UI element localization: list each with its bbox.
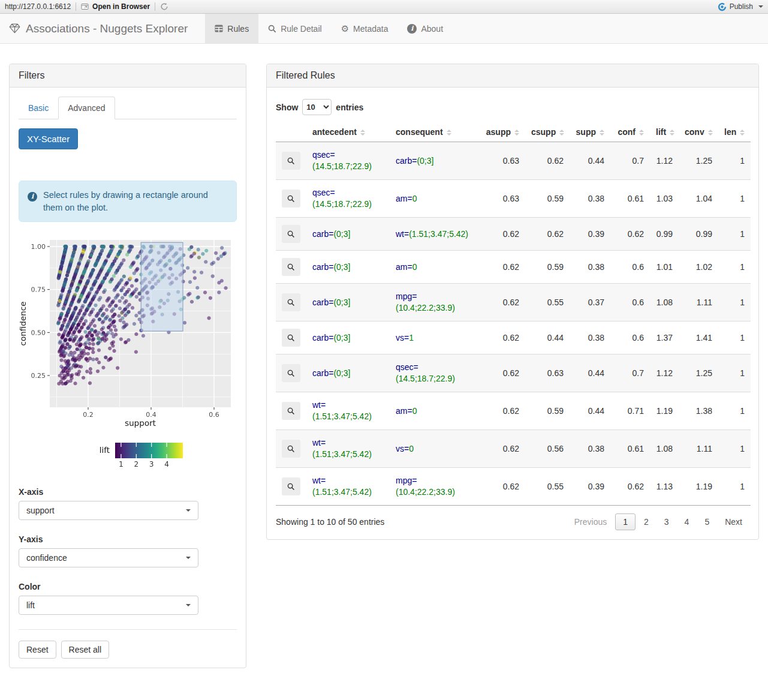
supp-cell: 0.44 (570, 392, 610, 430)
page-button-5[interactable]: 5 (697, 514, 716, 530)
page-button-4[interactable]: 4 (677, 514, 697, 530)
attribute-name: carb= (312, 368, 333, 378)
column-header-len[interactable]: len (718, 122, 751, 142)
publish-caret-icon (758, 5, 763, 8)
page-button-3[interactable]: 3 (657, 514, 676, 530)
app-url: http://127.0.0.1:6612 (5, 2, 71, 11)
conf-cell: 0.71 (610, 392, 650, 430)
asupp-cell: 0.62 (477, 468, 525, 506)
y-axis-label: Y-axis (19, 534, 237, 544)
consequent-cell: mpg=(10.4;22.2;33.9) (390, 468, 477, 506)
app-title: Associations - Nuggets Explorer (26, 22, 188, 35)
column-header-supp[interactable]: supp (570, 122, 610, 142)
scatter-plot[interactable] (19, 235, 232, 469)
antecedent-cell: wt=(1.51;3.47;5.42) (306, 392, 390, 430)
attribute-value: (0;3] (333, 229, 350, 239)
attribute-value: (10.4;22.2;33.9) (396, 303, 455, 313)
inspect-rule-button[interactable] (282, 440, 300, 458)
page-length-control: Show 10 entries (276, 99, 749, 115)
len-cell: 1 (718, 430, 751, 468)
consequent-cell: am=0 (390, 251, 477, 284)
tab-rules[interactable]: Rules (205, 14, 258, 43)
lift-cell: 1.13 (650, 468, 679, 506)
icon-column-header (276, 122, 306, 142)
supp-cell: 0.38 (570, 251, 610, 284)
inspect-rule-button[interactable] (282, 152, 300, 170)
table-row: qsec=(14.5;18.7;22.9)carb=(0;3]0.630.620… (276, 142, 751, 180)
reset-all-button[interactable]: Reset all (61, 641, 109, 659)
antecedent-cell: carb=(0;3] (306, 322, 390, 354)
page-length-select[interactable]: 10 (302, 99, 332, 115)
page-button-1[interactable]: 1 (615, 513, 636, 530)
xy-scatter-button[interactable]: XY-Scatter (19, 128, 78, 149)
attribute-name: mpg= (396, 292, 417, 301)
attribute-name: carb= (312, 262, 333, 272)
column-header-csupp[interactable]: csupp (525, 122, 570, 142)
inspect-rule-button[interactable] (282, 225, 300, 243)
magnifier-icon (287, 334, 295, 342)
len-cell: 1 (718, 251, 751, 284)
entries-label: entries (336, 103, 363, 112)
csupp-cell: 0.55 (525, 284, 570, 322)
attribute-value: 0 (412, 406, 417, 416)
inspect-rule-button[interactable] (282, 477, 300, 495)
csupp-cell: 0.59 (525, 392, 570, 430)
magnifier-icon (287, 195, 295, 203)
conf-cell: 0.62 (610, 218, 650, 251)
open-in-browser-button[interactable]: Open in Browser (81, 2, 150, 11)
inspect-rule-button[interactable] (282, 402, 300, 420)
antecedent-cell: carb=(0;3] (306, 218, 390, 251)
inspect-rule-button[interactable] (282, 190, 300, 208)
tab-advanced[interactable]: Advanced (58, 97, 115, 119)
inspect-rule-button[interactable] (282, 329, 300, 347)
attribute-value: (14.5;18.7;22.9) (312, 161, 372, 171)
supp-cell: 0.39 (570, 468, 610, 506)
supp-cell: 0.44 (570, 142, 610, 180)
y-axis-select[interactable]: confidence (19, 548, 198, 567)
table-row: wt=(1.51;3.47;5.42)vs=00.620.560.380.611… (276, 430, 751, 468)
page-button-2[interactable]: 2 (637, 514, 656, 530)
column-header-consequent[interactable]: consequent (390, 122, 477, 142)
filtered-rules-title: Filtered Rules (267, 64, 758, 88)
next-page-button[interactable]: Next (718, 514, 749, 530)
column-header-conf[interactable]: conf (610, 122, 650, 142)
column-header-antecedent[interactable]: antecedent (306, 122, 390, 142)
color-select[interactable]: lift (19, 596, 198, 615)
tab-rule-detail[interactable]: Rule Detail (258, 14, 331, 43)
lift-cell: 0.99 (650, 218, 679, 251)
publish-button[interactable]: Publish (718, 2, 763, 11)
len-cell: 1 (718, 180, 751, 218)
inspect-rule-button[interactable] (282, 293, 300, 311)
tab-metadata[interactable]: ⚙ Metadata (332, 14, 398, 43)
attribute-value: (0;3] (333, 333, 350, 343)
gem-icon (9, 23, 20, 34)
consequent-cell: carb=(0;3] (390, 142, 477, 180)
refresh-button[interactable] (160, 2, 168, 11)
column-header-lift[interactable]: lift (650, 122, 679, 142)
reset-button[interactable]: Reset (19, 641, 56, 659)
asupp-cell: 0.62 (477, 430, 525, 468)
x-axis-select[interactable]: support (19, 501, 198, 520)
lift-cell: 1.12 (650, 354, 679, 392)
attribute-name: wt= (312, 400, 326, 410)
consequent-cell: wt=(1.51;3.47;5.42) (390, 218, 477, 251)
attribute-name: wt= (312, 476, 326, 485)
attribute-value: (1.51;3.47;5.42) (312, 487, 372, 497)
asupp-cell: 0.62 (477, 392, 525, 430)
conv-cell: 1.25 (679, 354, 718, 392)
rules-table-body: qsec=(14.5;18.7;22.9)carb=(0;3]0.630.620… (276, 142, 751, 506)
info-icon: i (28, 192, 37, 202)
inspect-rule-button[interactable] (282, 364, 300, 382)
previous-page-button[interactable]: Previous (567, 514, 614, 530)
column-header-asupp[interactable]: asupp (477, 122, 525, 142)
attribute-value: 0 (412, 194, 417, 203)
viewer-toolbar: http://127.0.0.1:6612 Open in Browser Pu… (0, 0, 768, 14)
filters-panel: Filters Basic Advanced XY-Scatter i Sele… (9, 64, 246, 668)
refresh-icon (160, 2, 168, 11)
tab-basic[interactable]: Basic (19, 97, 58, 119)
tab-about[interactable]: i About (397, 14, 453, 43)
toolbar-divider (155, 2, 155, 11)
column-header-conv[interactable]: conv (679, 122, 718, 142)
supp-cell: 0.38 (570, 430, 610, 468)
inspect-rule-button[interactable] (282, 258, 300, 276)
